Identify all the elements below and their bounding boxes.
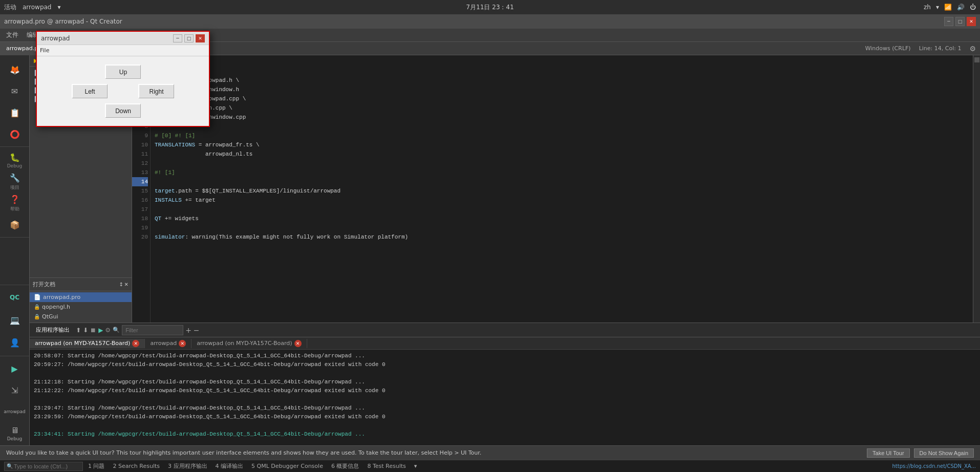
- output-tab-1[interactable]: arrowpad ✕: [145, 339, 191, 348]
- doc-item-2[interactable]: 🔒 QtGui: [30, 312, 132, 321]
- status-tab-0[interactable]: 1 问题: [85, 462, 108, 470]
- app-name-label[interactable]: arrowpad: [23, 4, 52, 11]
- remove-filter-icon[interactable]: −: [194, 326, 200, 334]
- terminal-icon: 💻: [10, 315, 20, 325]
- toolbar-icon-2[interactable]: ⬇: [83, 327, 88, 334]
- status-tab-output[interactable]: 3 应用程序输出: [165, 462, 210, 470]
- csdn-link[interactable]: https://blog.csdn.net/CSDN_XA...: [892, 463, 976, 469]
- status-tab-qml[interactable]: 5 QML Debugger Console: [248, 463, 326, 469]
- dialog-titlebar: arrowpad ─ □ ✕: [37, 32, 209, 45]
- take-tour-btn[interactable]: Take UI Tour: [867, 448, 910, 458]
- lock-icon-2: 🔒: [34, 314, 40, 319]
- open-docs-close-icon[interactable]: ✕: [124, 282, 129, 287]
- output-tab-0[interactable]: arrowpad (on MYD-YA157C-Board) ✕: [30, 339, 145, 348]
- status-tab-summary[interactable]: 6 概要信息: [328, 462, 363, 470]
- project-icon: 🔧: [10, 173, 20, 183]
- sidebar-icon-mail[interactable]: ✉: [3, 81, 27, 101]
- sidebar-icon-project[interactable]: 🔧 项目: [3, 171, 27, 192]
- output-line-blank-3: [34, 421, 976, 430]
- device-icon[interactable]: 🖥 Debug: [3, 423, 27, 443]
- device-img-icon: 🖥: [10, 425, 20, 435]
- system-bar: 活动 arrowpad ▾ 7月11日 23：41 zh ▾ 📶 🔊 ⏻: [0, 0, 980, 14]
- btn-right[interactable]: Right: [138, 84, 174, 98]
- output-tab-label-2: arrowpad (on MYD-YA157C-Board): [197, 340, 292, 347]
- open-docs-sort-icon[interactable]: ↕: [119, 282, 123, 287]
- code-editor: 1 2 3 4 5 6 7 8 9 10 11 12 13: [132, 55, 973, 323]
- network-icon: 📶: [944, 4, 952, 11]
- dialog-title: arrowpad: [41, 35, 70, 42]
- minimap-thumb[interactable]: [974, 57, 979, 62]
- status-tab-compile[interactable]: 4 编译输出: [212, 462, 247, 470]
- volume-icon[interactable]: 🔊: [957, 4, 965, 11]
- sidebar-icon-firefox[interactable]: 🦊: [3, 59, 27, 80]
- power-icon[interactable]: ⏻: [970, 4, 976, 11]
- system-bar-left: 活动 arrowpad ▾: [4, 3, 61, 12]
- run-button[interactable]: ▶: [3, 358, 27, 379]
- settings-icon[interactable]: ⚙: [969, 45, 976, 53]
- bottom-panel: 应用程序输出 ⬆ ⬇ ⏹ ▶ ⚙ 🔍 + − arrowpad (on MYD-…: [30, 323, 980, 445]
- sidebar-icon-files[interactable]: 📋: [3, 102, 27, 123]
- open-docs-label: 打开文档: [33, 281, 55, 288]
- files-icon: 📋: [10, 108, 20, 118]
- dialog-minimize-btn[interactable]: ─: [173, 34, 182, 42]
- locate-input[interactable]: [14, 463, 80, 469]
- output-tab-close-1[interactable]: ✕: [179, 340, 186, 347]
- dialog-restore-btn[interactable]: □: [184, 34, 194, 42]
- toolbar-settings-icon[interactable]: ⚙: [105, 327, 111, 334]
- output-tab-close-2[interactable]: ✕: [294, 340, 302, 347]
- sidebar-icon-terminal[interactable]: 💻: [3, 310, 27, 330]
- debug-run-button[interactable]: ⇲: [3, 380, 27, 400]
- toolbar-icon-1[interactable]: ⬆: [76, 327, 81, 334]
- output-line-running: 23:34:41: Starting /home/wgpcgr/test/bui…: [34, 430, 976, 439]
- doc-item-1[interactable]: 🔒 qopengl.h: [30, 302, 132, 312]
- output-line-0: 20:58:07: Starting /home/wgpcgr/test/bui…: [34, 352, 976, 360]
- output-tab-close-0[interactable]: ✕: [132, 340, 139, 347]
- status-tab-test[interactable]: 8 Test Results: [364, 463, 409, 469]
- run-icon: ▶: [10, 363, 20, 374]
- lang-label[interactable]: zh: [924, 4, 931, 11]
- line-ending-label: Windows (CRLF): [865, 45, 911, 52]
- qt-minimize-btn[interactable]: ─: [944, 17, 953, 26]
- sidebar-icon-help[interactable]: ❓ 帮助: [3, 193, 27, 213]
- activities-label[interactable]: 活动: [4, 3, 16, 12]
- sidebar-icon-user[interactable]: 👤: [3, 332, 27, 353]
- qt-close-btn[interactable]: ✕: [967, 17, 976, 26]
- toolbar-stop-icon[interactable]: ⏹: [90, 327, 96, 334]
- help-label: 帮助: [10, 206, 19, 212]
- output-text: 20:58:07: Starting /home/wgpcgr/test/bui…: [30, 350, 980, 445]
- btn-up[interactable]: Up: [105, 65, 141, 79]
- doc-name-1: qopengl.h: [42, 304, 70, 310]
- lang-dropdown-icon[interactable]: ▾: [936, 4, 939, 11]
- toolbar-run-icon[interactable]: ▶: [98, 327, 103, 334]
- help-icon: ❓: [10, 195, 20, 205]
- bottom-toolbar: 应用程序输出 ⬆ ⬇ ⏹ ▶ ⚙ 🔍 + −: [30, 323, 980, 337]
- filter-input[interactable]: [122, 325, 183, 335]
- doc-icon-0: 📄: [34, 294, 41, 301]
- status-bar: 🔍 1 问题 2 Search Results 3 应用程序输出 4 编译输出 …: [0, 460, 980, 472]
- qt-titlebar-controls: ─ □ ✕: [944, 17, 976, 26]
- qt-maximize-btn[interactable]: □: [955, 17, 965, 26]
- btn-left[interactable]: Left: [72, 84, 108, 98]
- output-tab-2[interactable]: arrowpad (on MYD-YA157C-Board) ✕: [191, 339, 307, 348]
- do-not-show-btn[interactable]: Do Not Show Again: [914, 448, 974, 458]
- status-tab-more[interactable]: ▾: [411, 463, 420, 469]
- dialog-close-btn[interactable]: ✕: [196, 34, 205, 42]
- sidebar-icon-todo[interactable]: ⭕: [3, 124, 27, 144]
- qc-icon: QC: [10, 292, 20, 303]
- sidebar-icon-store[interactable]: 📦: [3, 214, 27, 235]
- status-tab-search[interactable]: 2 Search Results: [110, 463, 163, 469]
- dialog-lr-row: Left Right: [72, 84, 174, 98]
- dialog-content: Up Left Right Down: [37, 56, 209, 126]
- menu-file[interactable]: 文件: [2, 30, 23, 40]
- add-filter-icon[interactable]: +: [185, 326, 191, 334]
- doc-item-0[interactable]: 📄 arrowpad.pro: [30, 292, 132, 302]
- app-dropdown-icon[interactable]: ▾: [58, 4, 61, 11]
- doc-name-0: arrowpad.pro: [43, 294, 80, 301]
- dialog-menu-file[interactable]: File: [40, 47, 49, 54]
- btn-down[interactable]: Down: [105, 103, 141, 118]
- sidebar-icons: 🦊 ✉ 📋 ⭕ 🐛 Debug 🔧 项目: [0, 55, 30, 445]
- dialog-menubar: File: [37, 45, 209, 56]
- code-text-area[interactable]: HEADERS = arrowpad.h \ mainwindow.h SOUR…: [151, 55, 973, 323]
- sidebar-icon-debug[interactable]: 🐛 Debug: [3, 150, 27, 170]
- sidebar-icon-qc[interactable]: QC: [3, 287, 27, 308]
